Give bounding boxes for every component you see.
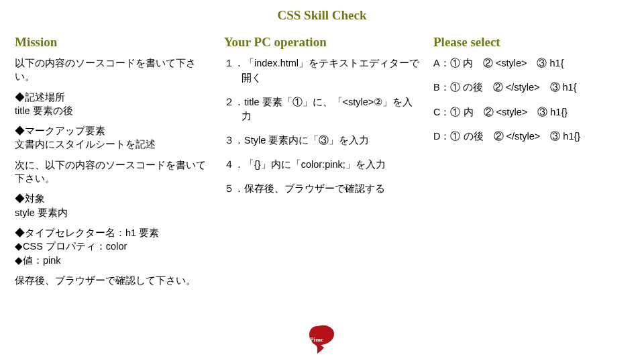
mission-heading: Mission (15, 35, 212, 50)
logo-text: Pimc (310, 336, 323, 343)
list-item: ５．保存後、ブラウザーで確認する (224, 182, 421, 197)
operation-list: １．「index.html」をテキストエディターで開く ２．title 要素「①… (224, 56, 421, 196)
list-item: ３．Style 要素内に「③」を入力 (224, 134, 421, 148)
operation-heading: Your PC operation (224, 35, 421, 50)
option-a[interactable]: A：① 内 ② <style> ③ h1{ (433, 56, 631, 70)
option-c[interactable]: C：① 内 ② <style> ③ h1{} (433, 105, 631, 119)
option-b[interactable]: B：① の後 ② </style> ③ h1{ (433, 81, 631, 94)
list-item: ２．title 要素「①」に、「<style>②」を入力 (224, 95, 421, 125)
mission-p1: 以下の内容のソースコードを書いて下さい。 (15, 56, 212, 84)
mission-p7: 保存後、ブラウザーで確認して下さい。 (15, 274, 212, 287)
operation-column: Your PC operation １．「index.html」をテキストエディ… (224, 35, 421, 294)
page-title: CSS Skill Check (0, 0, 644, 23)
columns: Mission 以下の内容のソースコードを書いて下さい。 ◆記述場所 title… (0, 23, 644, 294)
mission-p3: ◆マークアップ要素 文書内にスタイルシートを記述 (15, 124, 212, 152)
mission-p6: ◆タイプセレクター名：h1 要素 ◆CSS プロパティ：color ◆値：pin… (15, 226, 212, 267)
mission-p5: ◆対象 style 要素内 (15, 192, 212, 219)
mission-column: Mission 以下の内容のソースコードを書いて下さい。 ◆記述場所 title… (15, 35, 212, 294)
mission-p2: ◆記述場所 title 要素の後 (15, 91, 212, 118)
list-item: １．「index.html」をテキストエディターで開く (224, 56, 421, 86)
select-heading: Please select (433, 35, 631, 50)
select-column: Please select A：① 内 ② <style> ③ h1{ B：① … (433, 35, 631, 294)
option-d[interactable]: D：① の後 ② </style> ③ h1{} (433, 130, 631, 143)
list-item: ４．「{}」内に「color:pink;」を入力 (224, 158, 421, 172)
mission-p4: 次に、以下の内容のソースコードを書いて下さい。 (15, 158, 212, 186)
mission-body: 以下の内容のソースコードを書いて下さい。 ◆記述場所 title 要素の後 ◆マ… (15, 56, 212, 287)
pimc-logo: Pimc (305, 325, 339, 354)
